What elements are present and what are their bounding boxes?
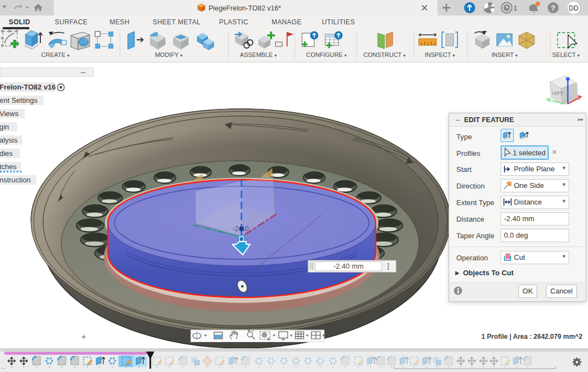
svg-text:...: ... xyxy=(1,363,6,370)
